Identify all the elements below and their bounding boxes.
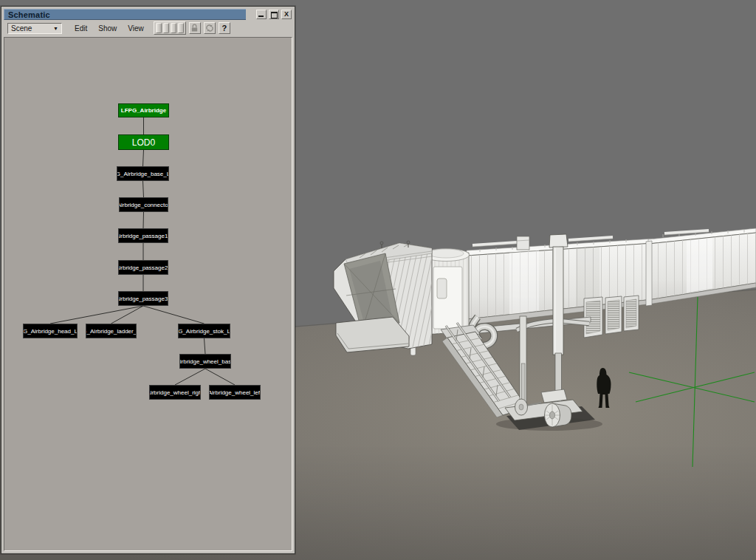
menu-view[interactable]: View [128, 24, 144, 33]
maximize-button[interactable] [269, 10, 279, 19]
refresh-button[interactable] [204, 22, 216, 34]
tree-node-head[interactable]: G_Airbridge_head_L [23, 324, 78, 338]
minimize-icon [258, 16, 264, 17]
close-icon: X [284, 11, 289, 18]
tree-node-base[interactable]: G_Airbridge_base_L [117, 166, 169, 181]
menu-edit[interactable]: Edit [75, 24, 87, 33]
lock-icon [190, 24, 199, 33]
tree-node-passage3[interactable]: Airbridge_passage3_ [118, 291, 168, 306]
layout-column-buttons [154, 21, 186, 35]
window-controls: X [246, 9, 292, 20]
tree-node-wheelright[interactable]: Airbridge_wheel_right [149, 385, 201, 400]
scene-dropdown-value: Scene [11, 24, 32, 33]
menu-bar: Edit Show View [75, 24, 144, 33]
scene-dropdown[interactable]: Scene ▼ [7, 23, 62, 34]
menu-show[interactable]: Show [98, 24, 117, 33]
tree-node-ladder[interactable]: G_Airbridge_ladder_L [86, 324, 137, 338]
tree-node-wheelleft[interactable]: Airbridge_wheel_left [209, 385, 261, 400]
dropdown-arrow-icon: ▼ [53, 26, 58, 31]
column-button[interactable] [171, 23, 176, 33]
schematic-window: Schematic X Scene ▼ Edit Show View [1, 6, 295, 554]
tree-node-lod0[interactable]: LOD0 [118, 134, 169, 150]
window-title: Schematic [4, 9, 246, 20]
tree-node-connector[interactable]: Airbridge_connector [119, 197, 168, 212]
column-button[interactable] [156, 23, 162, 33]
schematic-canvas[interactable]: LFPG_AirbridgeLOD0G_Airbridge_base_LAirb… [4, 37, 292, 551]
titlebar[interactable]: Schematic X [4, 9, 292, 20]
lock-button[interactable] [189, 22, 201, 34]
tree-node-passage1[interactable]: Airbridge_passage1_ [118, 228, 168, 243]
help-button[interactable]: ? [219, 22, 230, 34]
schematic-toolbar: Scene ▼ Edit Show View [4, 20, 292, 36]
tree-node-wheelbase[interactable]: Airbridge_wheel_base [179, 354, 231, 369]
refresh-icon [205, 24, 214, 33]
close-button[interactable]: X [281, 10, 292, 19]
tree-node-stok[interactable]: G_Airbridge_stok_L [178, 324, 230, 338]
tree-node-passage2[interactable]: Airbridge_passage2_ [118, 260, 168, 275]
tree-node-lfpg[interactable]: LFPG_Airbridge [118, 103, 169, 117]
column-button[interactable] [163, 23, 169, 33]
column-button[interactable] [178, 23, 184, 33]
maximize-icon [271, 12, 278, 18]
minimize-button[interactable] [256, 10, 267, 19]
